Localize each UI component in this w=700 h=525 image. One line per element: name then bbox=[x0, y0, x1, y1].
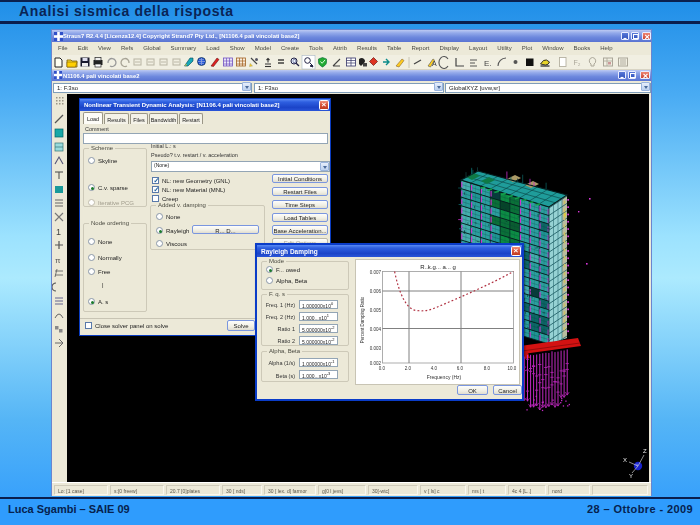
svg-text:R..k.g... a... g: R..k.g... a... g bbox=[420, 264, 456, 270]
svg-text:0.007: 0.007 bbox=[370, 270, 382, 275]
svg-text:8.0: 8.0 bbox=[484, 366, 491, 371]
svg-text:Percent Damping Ratio: Percent Damping Ratio bbox=[360, 296, 365, 343]
svg-text:2.0: 2.0 bbox=[405, 366, 412, 371]
svg-text:0.003: 0.003 bbox=[370, 346, 382, 351]
svg-text:4.0: 4.0 bbox=[431, 366, 438, 371]
svg-text:Y: Y bbox=[629, 473, 633, 479]
svg-text:Frequency (Hz): Frequency (Hz) bbox=[427, 374, 462, 380]
svg-text:0.004: 0.004 bbox=[370, 327, 382, 332]
svg-text:X: X bbox=[623, 457, 627, 463]
svg-text:F₂: F₂ bbox=[574, 59, 581, 66]
svg-text:0.0: 0.0 bbox=[379, 366, 386, 371]
svg-text:6.0: 6.0 bbox=[457, 366, 464, 371]
svg-text:1: 1 bbox=[56, 227, 61, 237]
svg-text:Z: Z bbox=[643, 448, 647, 454]
svg-text:π: π bbox=[55, 256, 61, 265]
svg-text:0.005: 0.005 bbox=[370, 308, 382, 313]
svg-text:0.006: 0.006 bbox=[370, 289, 382, 294]
svg-text:Q: Q bbox=[293, 58, 297, 64]
svg-text:E.: E. bbox=[484, 59, 492, 68]
svg-text:10.0: 10.0 bbox=[508, 366, 517, 371]
svg-text:A: A bbox=[432, 60, 437, 67]
